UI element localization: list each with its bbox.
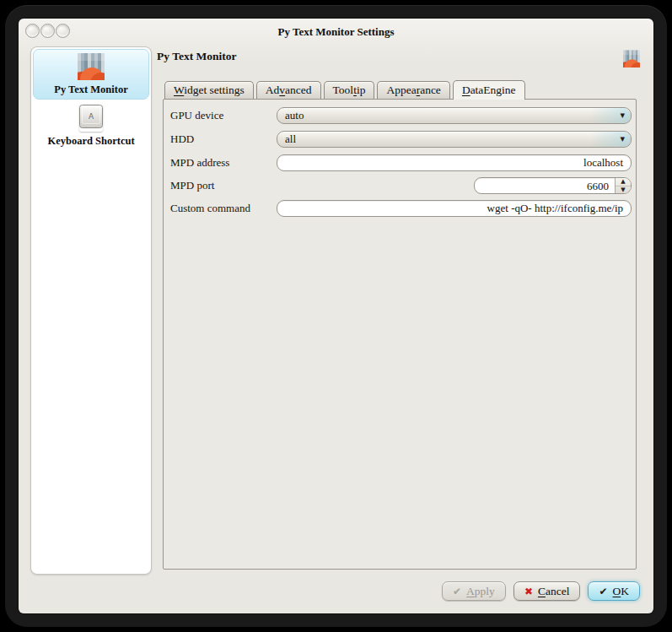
custom-command-value: wget -qO- http://ifconfig.me/ip xyxy=(487,202,623,215)
custom-command-row: Custom command wget -qO- http://ifconfig… xyxy=(170,200,632,217)
spin-up-button[interactable]: ▲ xyxy=(616,178,631,186)
tab-tooltip[interactable]: Tooltip xyxy=(324,81,375,99)
sidebar-item-label: Py Text Monitor xyxy=(34,84,148,96)
custom-command-label: Custom command xyxy=(170,202,277,215)
tab-advanced[interactable]: Advanced xyxy=(256,81,321,99)
x-icon: ✖ xyxy=(524,586,533,597)
apply-button-label: Apply xyxy=(466,585,495,598)
mpd-address-input[interactable]: localhost xyxy=(277,154,632,171)
gpu-device-row: GPU device auto ▾ xyxy=(170,107,632,124)
dialog-button-row: ✔ Apply ✖ Cancel ✔ OK xyxy=(442,581,640,601)
ok-button[interactable]: ✔ OK xyxy=(588,581,640,601)
gpu-device-select[interactable]: auto ▾ xyxy=(277,107,632,124)
sidebar-item-keyboard-shortcut[interactable]: A Keyboard Shortcut xyxy=(33,101,149,149)
check-icon: ✔ xyxy=(599,586,607,597)
chevron-down-icon: ▾ xyxy=(620,133,625,144)
dataengine-settings-panel: GPU device auto ▾ HDD all ▾ MPD address … xyxy=(163,99,637,570)
chevron-down-icon: ▾ xyxy=(620,110,625,121)
mpd-address-row: MPD address localhost xyxy=(170,154,632,171)
tab-bar: Widget settings Advanced Tooltip Appeara… xyxy=(164,79,528,99)
keyboard-key-icon: A xyxy=(79,105,103,132)
check-icon: ✔ xyxy=(453,586,461,597)
hdd-value: all xyxy=(285,132,296,146)
mpd-port-label: MPD port xyxy=(170,179,277,192)
sidebar-item-py-text-monitor[interactable]: Py Text Monitor xyxy=(33,49,149,100)
mpd-port-row: MPD port 6600 ▲ ▼ xyxy=(170,177,632,194)
spin-down-button[interactable]: ▼ xyxy=(616,186,631,194)
hdd-label: HDD xyxy=(170,132,277,146)
cancel-button-label: Cancel xyxy=(538,585,570,598)
ok-button-label: OK xyxy=(613,585,630,598)
sidebar: Py Text Monitor A Keyboard Shortcut xyxy=(30,46,152,575)
tab-dataengine[interactable]: DataEngine xyxy=(453,80,525,100)
svg-text:A: A xyxy=(89,112,94,121)
py-text-monitor-icon xyxy=(623,50,640,68)
mpd-port-spinbox[interactable]: 6600 ▲ ▼ xyxy=(474,177,632,194)
custom-command-input[interactable]: wget -qO- http://ifconfig.me/ip xyxy=(277,200,632,217)
cancel-button[interactable]: ✖ Cancel xyxy=(513,581,581,601)
window-title: Py Text Monitor Settings xyxy=(19,25,653,39)
gpu-device-value: auto xyxy=(285,109,304,122)
py-text-monitor-icon xyxy=(78,53,105,80)
hdd-select[interactable]: all ▾ xyxy=(277,131,632,148)
tab-widget-settings[interactable]: Widget settings xyxy=(164,81,254,99)
mpd-port-value: 6600 xyxy=(475,178,615,193)
page-title: Py Text Monitor xyxy=(157,50,237,63)
gpu-device-label: GPU device xyxy=(170,109,277,122)
mpd-address-value: localhost xyxy=(583,156,623,170)
spinner-buttons: ▲ ▼ xyxy=(615,178,631,193)
mpd-address-label: MPD address xyxy=(170,156,277,170)
settings-window: Py Text Monitor Settings Py Text Monitor… xyxy=(19,19,653,613)
tab-appearance[interactable]: Appearance xyxy=(377,81,449,99)
hdd-row: HDD all ▾ xyxy=(170,131,632,148)
sidebar-item-label: Keyboard Shortcut xyxy=(33,135,149,148)
apply-button[interactable]: ✔ Apply xyxy=(442,581,506,601)
